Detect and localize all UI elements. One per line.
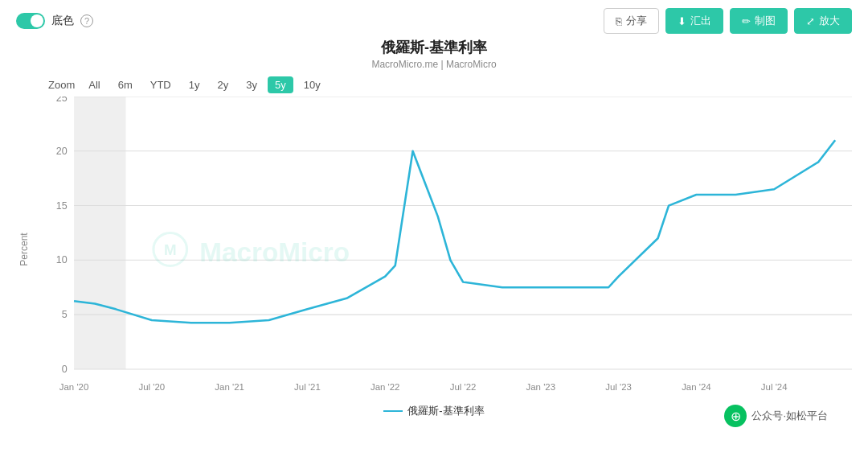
svg-text:Jan '22: Jan '22 [371,382,400,392]
wechat-icon: ⊕ [724,405,747,427]
zoom-ytd[interactable]: YTD [143,76,178,93]
background-toggle[interactable] [16,13,45,29]
svg-text:10: 10 [56,255,68,266]
share-label: 分享 [626,14,647,28]
draw-label: 制图 [755,14,776,28]
svg-text:Jan '21: Jan '21 [215,382,244,392]
chart-title: 俄羅斯-基準利率 [0,38,868,57]
svg-text:20: 20 [56,146,68,157]
wechat-badge: ⊕ 公众号·如松平台 [716,401,836,430]
draw-icon: ✏ [742,15,751,27]
zoom-all[interactable]: All [81,76,107,93]
zoom-full-icon: ⤢ [806,15,815,27]
help-icon[interactable]: ? [80,14,93,27]
export-icon: ⬇ [678,15,686,27]
chart-subtitle: MacroMicro.me | MacroMicro [0,59,868,70]
chart-line [74,140,835,323]
zoom-bar: Zoom All 6m YTD 1y 2y 3y 5y 10y [0,73,868,97]
svg-text:Jan '24: Jan '24 [682,382,711,392]
zoom-1y[interactable]: 1y [182,76,207,93]
zoom-3y[interactable]: 3y [239,76,264,93]
y-axis-label: Percent [18,232,30,265]
zoom-label: Zoom [48,79,75,91]
watermark-text: MacroMicro [199,238,350,268]
toggle-label: 底色 [51,14,74,28]
zoom-2y[interactable]: 2y [210,76,235,93]
svg-text:Jan '23: Jan '23 [526,382,556,392]
legend-line-icon [383,410,403,412]
svg-text:15: 15 [56,200,68,212]
wechat-label: 公众号·如松平台 [751,409,828,423]
svg-text:Jul '24: Jul '24 [761,382,788,392]
left-controls: 底色 ? [16,13,93,29]
chart-container: Percent 0 5 10 15 20 25 Jan '20 Jul '20 … [16,97,852,402]
export-label: 汇出 [690,14,711,28]
svg-rect-0 [74,97,126,369]
title-section: 俄羅斯-基準利率 MacroMicro.me | MacroMicro [0,38,868,70]
svg-text:Jul '22: Jul '22 [450,382,477,392]
svg-text:Jul '20: Jul '20 [138,382,165,392]
svg-text:5: 5 [62,309,68,320]
zoom-full-button[interactable]: ⤢ 放大 [794,8,852,34]
svg-text:0: 0 [62,364,68,375]
svg-text:25: 25 [56,97,68,104]
svg-text:Jul '23: Jul '23 [605,382,632,392]
share-button[interactable]: ⎘ 分享 [604,8,659,34]
svg-text:Jan '20: Jan '20 [59,382,89,392]
chart-svg: 0 5 10 15 20 25 Jan '20 Jul '20 Jan '21 … [32,97,852,402]
zoom-full-label: 放大 [819,14,840,28]
zoom-6m[interactable]: 6m [111,76,140,93]
top-bar: 底色 ? ⎘ 分享 ⬇ 汇出 ✏ 制图 ⤢ 放大 [0,0,868,38]
zoom-10y[interactable]: 10y [297,76,328,93]
export-button[interactable]: ⬇ 汇出 [665,8,723,34]
legend-label: 俄羅斯-基準利率 [407,404,484,418]
share-icon: ⎘ [616,15,622,27]
draw-button[interactable]: ✏ 制图 [730,8,788,34]
svg-text:Jul '21: Jul '21 [294,382,321,392]
right-buttons: ⎘ 分享 ⬇ 汇出 ✏ 制图 ⤢ 放大 [604,8,852,34]
zoom-5y[interactable]: 5y [268,76,293,93]
svg-text:M: M [164,241,177,258]
